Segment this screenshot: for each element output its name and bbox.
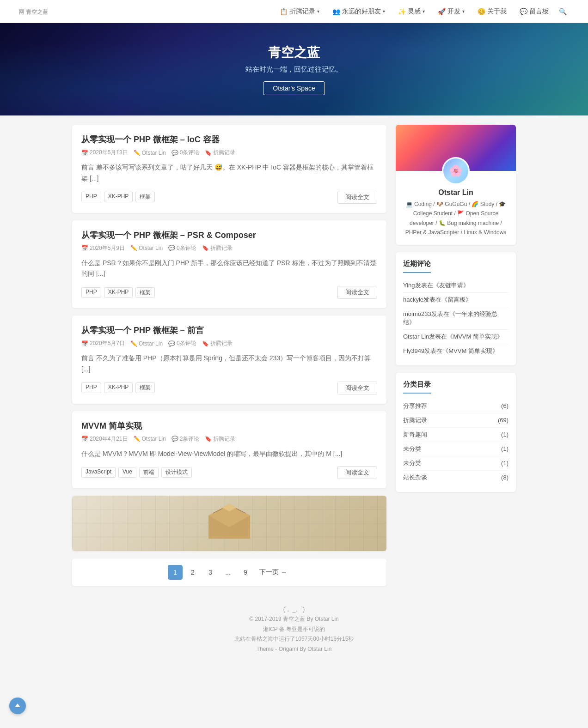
category-icon: 🔖 bbox=[202, 340, 209, 347]
read-more-button[interactable]: 阅读全文 bbox=[337, 191, 377, 204]
tag-xkphp[interactable]: XK-PHP bbox=[104, 192, 133, 202]
footer: (´。_。`) © 2017-2019 青空之蓝 By Otstar Lin 湘… bbox=[0, 595, 588, 664]
article-meta: 📅2020年4月21日 ✏️Otstar Lin 💬2条评论 🔖折腾记录 bbox=[81, 435, 377, 443]
main-layout: 从零实现一个 PHP 微框架 – IoC 容器 📅2020年5月13日 ✏️Ot… bbox=[63, 115, 525, 595]
article-tags: PHP XK-PHP 框架 bbox=[81, 192, 155, 202]
logo-prefix: 网 bbox=[18, 9, 24, 15]
category-count: (8) bbox=[501, 474, 508, 481]
article-category[interactable]: 🔖折腾记录 bbox=[202, 244, 233, 252]
avatar: 🌸 bbox=[442, 157, 470, 185]
article-date: 📅2020年5月7日 bbox=[81, 340, 125, 347]
nav-label-dev: 开发 bbox=[447, 7, 460, 16]
nav-item-friends[interactable]: 👥 永远的好朋友 ▾ bbox=[327, 5, 391, 18]
article-tags: JavaScript Vue 前端 设计模式 bbox=[81, 467, 192, 478]
hero-banner: 青空之蓝 站在时光一端，回忆过往记忆。 Otstar's Space bbox=[0, 23, 588, 115]
article-title[interactable]: 从零实现一个 PHP 微框架 – PSR & Composer bbox=[81, 230, 377, 241]
tag-frontend[interactable]: 前端 bbox=[139, 467, 159, 478]
tag-php[interactable]: PHP bbox=[81, 382, 101, 393]
category-count: (1) bbox=[501, 431, 508, 438]
tag-pattern[interactable]: 设计模式 bbox=[161, 467, 192, 478]
read-more-button[interactable]: 阅读全文 bbox=[337, 382, 377, 394]
category-icon: 🔖 bbox=[205, 150, 212, 156]
category-count: (1) bbox=[501, 445, 508, 452]
next-page-button[interactable]: 下一页 → bbox=[256, 565, 291, 580]
article-excerpt: 什么是 MVVM？MVVM 即 Model-View-ViewModel 的缩写… bbox=[81, 449, 377, 460]
nav-item-about[interactable]: 😊 关于我 bbox=[472, 5, 512, 18]
article-card: 从零实现一个 PHP 微框架 – IoC 容器 📅2020年5月13日 ✏️Ot… bbox=[72, 125, 386, 213]
hero-button[interactable]: Otstar's Space bbox=[263, 81, 325, 95]
calendar-icon: 📅 bbox=[81, 245, 88, 251]
article-category[interactable]: 🔖折腾记录 bbox=[205, 149, 235, 157]
categories-section: 分类目录 分享推荐 (6) 折腾记录 (69) 新奇趣闻 (1) 未分类 (1)… bbox=[396, 373, 516, 492]
article-category[interactable]: 🔖折腾记录 bbox=[202, 340, 233, 347]
article-comments: 💬0条评论 bbox=[172, 149, 200, 157]
comment-item[interactable]: Fly3949发表在《MVVM 简单实现》 bbox=[403, 344, 508, 358]
article-comments: 💬0条评论 bbox=[168, 340, 196, 347]
nav-links: 📋 折腾记录 ▾ 👥 永远的好朋友 ▾ ✨ 灵感 ▾ 🚀 开发 ▾ 😊 关于我 … bbox=[274, 5, 570, 18]
profile-description: 💻 Coding / 🐶 GuGuGu / 🌈 Study / 🎓 Colleg… bbox=[403, 200, 508, 237]
nav-icon-zheteng: 📋 bbox=[280, 8, 288, 15]
nav-item-zheteng[interactable]: 📋 折腾记录 ▾ bbox=[274, 5, 325, 18]
article-category[interactable]: 🔖折腾记录 bbox=[205, 435, 235, 443]
category-item[interactable]: 折腾记录 (69) bbox=[403, 413, 508, 428]
comment-item[interactable]: hackyle发表在《留言板》 bbox=[403, 293, 508, 307]
package-icon bbox=[208, 504, 250, 542]
tag-javascript[interactable]: JavaScript bbox=[81, 467, 116, 478]
category-item[interactable]: 未分类 (1) bbox=[403, 442, 508, 456]
footer-emoji: (´。_。`) bbox=[9, 605, 579, 615]
page-button-1[interactable]: 1 bbox=[168, 565, 183, 580]
tag-xkphp[interactable]: XK-PHP bbox=[104, 287, 133, 298]
comment-item[interactable]: Ying发表在《友链申请》 bbox=[403, 279, 508, 293]
arrow-right-icon: → bbox=[281, 569, 287, 576]
category-item[interactable]: 分享推荐 (6) bbox=[403, 399, 508, 413]
category-name: 折腾记录 bbox=[403, 416, 427, 425]
category-item[interactable]: 未分类 (1) bbox=[403, 456, 508, 471]
tag-php[interactable]: PHP bbox=[81, 287, 101, 298]
article-meta: 📅2020年5月13日 ✏️Otstar Lin 💬0条评论 🔖折腾记录 bbox=[81, 149, 377, 157]
page-button-2[interactable]: 2 bbox=[185, 565, 200, 580]
article-date: 📅2020年5月13日 bbox=[81, 149, 128, 157]
tag-framework[interactable]: 框架 bbox=[135, 382, 155, 393]
tag-php[interactable]: PHP bbox=[81, 192, 101, 202]
hero-subtitle: 站在时光一端，回忆过往记忆。 bbox=[245, 65, 343, 74]
page-button-3[interactable]: 3 bbox=[203, 565, 218, 580]
category-name: 新奇趣闻 bbox=[403, 431, 427, 439]
navigation: 网青空之蓝 📋 折腾记录 ▾ 👥 永远的好朋友 ▾ ✨ 灵感 ▾ 🚀 开发 ▾ … bbox=[0, 0, 588, 23]
nav-icon-about: 😊 bbox=[478, 8, 485, 15]
category-item[interactable]: 站长杂谈 (8) bbox=[403, 471, 508, 485]
nav-item-guestbook[interactable]: 💬 留言板 bbox=[514, 5, 554, 18]
tag-vue[interactable]: Vue bbox=[118, 467, 136, 478]
article-title[interactable]: 从零实现一个 PHP 微框架 – 前言 bbox=[81, 325, 377, 336]
article-date: 📅2020年4月21日 bbox=[81, 435, 128, 443]
nav-label-guestbook: 留言板 bbox=[529, 7, 549, 16]
footer-runtime: 此站在骨枯之海中运行了1057天00小时16分15秒 bbox=[9, 634, 579, 644]
nav-label-about: 关于我 bbox=[487, 7, 507, 16]
comment-item[interactable]: Otstar Lin发表在《MVVM 简单实现》 bbox=[403, 330, 508, 344]
article-author: ✏️Otstar Lin bbox=[134, 436, 166, 442]
category-name: 站长杂谈 bbox=[403, 473, 427, 482]
article-card-with-image bbox=[72, 496, 386, 551]
page-button-9[interactable]: 9 bbox=[238, 565, 253, 580]
category-icon: 🔖 bbox=[202, 245, 209, 251]
read-more-button[interactable]: 阅读全文 bbox=[337, 286, 377, 299]
calendar-icon: 📅 bbox=[81, 340, 88, 347]
search-button[interactable]: 🔍 bbox=[556, 5, 570, 18]
nav-label-friends: 永远的好朋友 bbox=[342, 7, 381, 16]
article-title[interactable]: MVVM 简单实现 bbox=[81, 420, 377, 431]
section-title-comments: 近期评论 bbox=[403, 260, 431, 273]
chevron-down-icon-4: ▾ bbox=[462, 9, 465, 14]
article-card: 从零实现一个 PHP 微框架 – 前言 📅2020年5月7日 ✏️Otstar … bbox=[72, 315, 386, 404]
nav-icon-dev: 🚀 bbox=[438, 8, 446, 15]
sidebar: 🌸 Otstar Lin 💻 Coding / 🐶 GuGuGu / 🌈 Stu… bbox=[396, 125, 516, 586]
category-item[interactable]: 新奇趣闻 (1) bbox=[403, 428, 508, 442]
tag-framework[interactable]: 框架 bbox=[135, 192, 155, 202]
site-logo[interactable]: 网青空之蓝 bbox=[18, 6, 50, 16]
article-title[interactable]: 从零实现一个 PHP 微框架 – IoC 容器 bbox=[81, 134, 377, 145]
copyright-text: © 2017-2019 青空之蓝 By Otstar Lin bbox=[249, 616, 339, 622]
nav-item-dev[interactable]: 🚀 开发 ▾ bbox=[432, 5, 470, 18]
read-more-button[interactable]: 阅读全文 bbox=[337, 466, 377, 479]
tag-xkphp[interactable]: XK-PHP bbox=[104, 382, 133, 393]
nav-item-inspiration[interactable]: ✨ 灵感 ▾ bbox=[392, 5, 430, 18]
comment-item[interactable]: moimo233发表在《一年来的经验总结》 bbox=[403, 307, 508, 330]
tag-framework[interactable]: 框架 bbox=[135, 287, 155, 298]
